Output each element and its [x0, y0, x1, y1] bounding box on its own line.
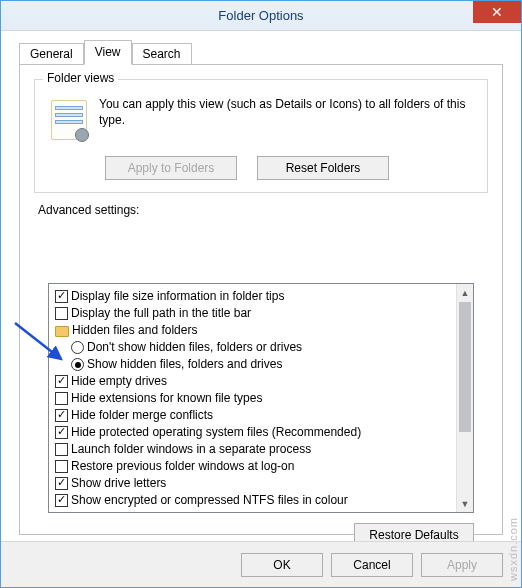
apply-to-folders-button[interactable]: Apply to Folders [105, 156, 237, 180]
scrollbar[interactable]: ▲ ▼ [456, 284, 473, 512]
close-button[interactable]: ✕ [473, 1, 521, 23]
adv-item-label: Hide folder merge conflicts [71, 407, 213, 424]
scroll-down-button[interactable]: ▼ [457, 495, 473, 512]
checkbox-icon[interactable] [55, 307, 68, 320]
adv-item-label: Show drive letters [71, 475, 166, 492]
radio-icon[interactable] [71, 358, 84, 371]
ok-button[interactable]: OK [241, 553, 323, 577]
adv-item-label: Launch folder windows in a separate proc… [71, 441, 311, 458]
dialog-button-bar: OK Cancel Apply [1, 541, 521, 587]
client-area: General View Search Folder views You can… [1, 31, 521, 587]
adv-item-8[interactable]: Hide protected operating system files (R… [53, 424, 454, 441]
adv-item-label: Show encrypted or compressed NTFS files … [71, 492, 348, 509]
folder-views-icon [47, 98, 91, 142]
folder-options-window: Folder Options ✕ General View Search Fol… [0, 0, 522, 588]
folder-views-group: Folder views You can apply this view (su… [34, 79, 488, 193]
cancel-button[interactable]: Cancel [331, 553, 413, 577]
advanced-settings-list: Display file size information in folder … [48, 283, 474, 513]
folder-views-legend: Folder views [43, 71, 118, 85]
adv-item-12[interactable]: Show encrypted or compressed NTFS files … [53, 492, 454, 509]
checkbox-icon[interactable] [55, 477, 68, 490]
adv-item-label: Hidden files and folders [72, 322, 197, 339]
adv-item-label: Don't show hidden files, folders or driv… [87, 339, 302, 356]
adv-item-7[interactable]: Hide folder merge conflicts [53, 407, 454, 424]
scroll-up-button[interactable]: ▲ [457, 284, 473, 301]
checkbox-icon[interactable] [55, 392, 68, 405]
folder-icon [55, 326, 69, 337]
window-title: Folder Options [218, 8, 303, 23]
close-icon: ✕ [491, 4, 503, 20]
tab-view[interactable]: View [84, 40, 132, 65]
scroll-thumb[interactable] [459, 302, 471, 432]
apply-button[interactable]: Apply [421, 553, 503, 577]
checkbox-icon[interactable] [55, 426, 68, 439]
folder-views-description: You can apply this view (such as Details… [99, 94, 477, 142]
adv-item-6[interactable]: Hide extensions for known file types [53, 390, 454, 407]
adv-item-3[interactable]: Don't show hidden files, folders or driv… [53, 339, 454, 356]
reset-folders-button[interactable]: Reset Folders [257, 156, 389, 180]
adv-item-label: Restore previous folder windows at log-o… [71, 458, 294, 475]
adv-item-label: Hide empty drives [71, 373, 167, 390]
adv-item-4[interactable]: Show hidden files, folders and drives [53, 356, 454, 373]
tab-panel-view: Folder views You can apply this view (su… [19, 64, 503, 535]
tab-search[interactable]: Search [132, 43, 192, 65]
adv-item-10[interactable]: Restore previous folder windows at log-o… [53, 458, 454, 475]
adv-item-label: Hide extensions for known file types [71, 390, 262, 407]
advanced-settings-tree[interactable]: Display file size information in folder … [49, 284, 456, 512]
checkbox-icon[interactable] [55, 443, 68, 456]
titlebar: Folder Options ✕ [1, 1, 521, 31]
adv-item-label: Hide protected operating system files (R… [71, 424, 361, 441]
adv-item-label: Display file size information in folder … [71, 288, 284, 305]
radio-icon[interactable] [71, 341, 84, 354]
adv-item-label: Display the full path in the title bar [71, 305, 251, 322]
checkbox-icon[interactable] [55, 375, 68, 388]
adv-item-11[interactable]: Show drive letters [53, 475, 454, 492]
tab-general[interactable]: General [19, 43, 84, 65]
adv-item-0[interactable]: Display file size information in folder … [53, 288, 454, 305]
adv-item-5[interactable]: Hide empty drives [53, 373, 454, 390]
checkbox-icon[interactable] [55, 460, 68, 473]
checkbox-icon[interactable] [55, 290, 68, 303]
tab-strip: General View Search [19, 41, 521, 64]
advanced-settings-label: Advanced settings: [38, 203, 502, 217]
adv-item-1[interactable]: Display the full path in the title bar [53, 305, 454, 322]
checkbox-icon[interactable] [55, 409, 68, 422]
adv-item-2[interactable]: Hidden files and folders [53, 322, 454, 339]
adv-item-label: Show hidden files, folders and drives [87, 356, 282, 373]
checkbox-icon[interactable] [55, 494, 68, 507]
adv-item-9[interactable]: Launch folder windows in a separate proc… [53, 441, 454, 458]
